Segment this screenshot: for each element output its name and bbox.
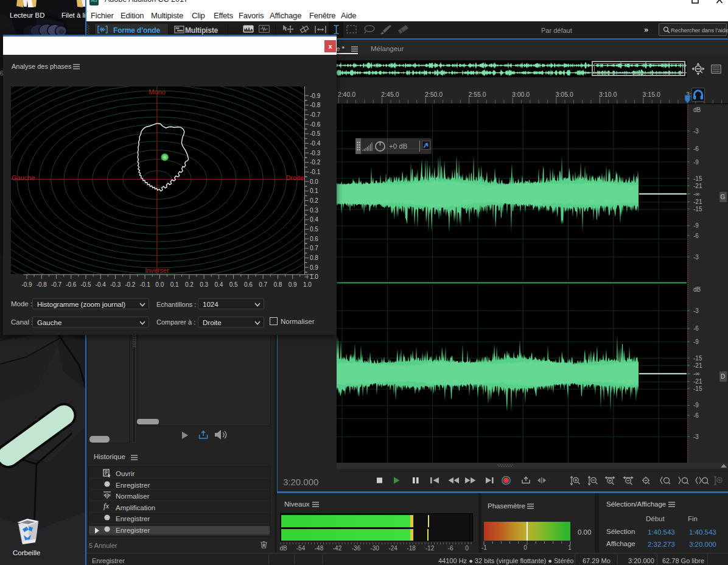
svg-text:-0.2: -0.2: [310, 159, 321, 166]
svg-text:-0.4: -0.4: [96, 281, 107, 288]
svg-text:Mono: Mono: [149, 88, 166, 96]
svg-text:-21: -21: [693, 183, 702, 189]
svg-text:-∞: -∞: [693, 191, 699, 197]
svg-text:2:45.0: 2:45.0: [381, 91, 399, 98]
svg-text:dB: dB: [279, 545, 287, 552]
svg-text:-0.6: -0.6: [66, 281, 77, 288]
svg-text:Inverser: Inverser: [145, 267, 169, 274]
svg-text:2:40.0: 2:40.0: [338, 91, 355, 98]
svg-text:-18: -18: [407, 545, 416, 552]
svg-text:-36: -36: [352, 545, 361, 552]
svg-text:-24: -24: [388, 545, 397, 552]
svg-text:-6: -6: [693, 146, 699, 152]
svg-text:3:15.0: 3:15.0: [643, 91, 660, 98]
svg-text:-0.6: -0.6: [310, 121, 321, 128]
svg-text:-15: -15: [693, 175, 702, 182]
svg-text:-0.7: -0.7: [310, 111, 321, 118]
svg-text:-9: -9: [693, 339, 699, 345]
svg-text:0.6: 0.6: [244, 281, 253, 288]
svg-text:-0.3: -0.3: [310, 150, 321, 156]
svg-text:0.5: 0.5: [229, 281, 238, 288]
svg-text:0.6: 0.6: [310, 236, 318, 242]
svg-text:-21: -21: [693, 198, 702, 205]
svg-text:-9: -9: [693, 159, 699, 166]
svg-text:-1: -1: [481, 544, 487, 551]
svg-text:0.3: 0.3: [310, 207, 318, 214]
svg-text:0.1: 0.1: [310, 188, 318, 194]
svg-text:-15: -15: [693, 355, 702, 362]
svg-text:-6: -6: [693, 233, 699, 239]
svg-text:-9: -9: [693, 222, 699, 229]
svg-text:1: 1: [568, 544, 572, 551]
svg-text:2:55.0: 2:55.0: [468, 91, 486, 98]
svg-text:0: 0: [465, 545, 469, 552]
svg-text:-0.3: -0.3: [110, 281, 121, 288]
svg-text:-6: -6: [693, 325, 699, 332]
svg-text:Droite: Droite: [286, 174, 304, 181]
svg-text:-0.8: -0.8: [37, 281, 47, 288]
svg-text:-0.1: -0.1: [139, 281, 150, 288]
svg-text:-21: -21: [693, 362, 702, 369]
svg-text:3:00.0: 3:00.0: [512, 91, 530, 98]
svg-text:0.3: 0.3: [200, 281, 208, 288]
svg-text:-0.5: -0.5: [310, 130, 321, 137]
svg-text:-54: -54: [296, 545, 306, 552]
svg-text:-3: -3: [693, 307, 699, 314]
svg-text:-30: -30: [370, 545, 379, 552]
svg-text:0.9: 0.9: [310, 264, 318, 271]
svg-text:-0.2: -0.2: [125, 281, 136, 288]
svg-text:-21: -21: [693, 378, 702, 385]
svg-text:0.1: 0.1: [170, 281, 179, 288]
svg-text:0.5: 0.5: [310, 226, 318, 233]
svg-text:-6: -6: [448, 545, 453, 552]
svg-text:0.7: 0.7: [259, 281, 267, 288]
svg-text:1.0: 1.0: [303, 281, 312, 288]
svg-text:0: 0: [523, 544, 527, 551]
svg-text:-0.8: -0.8: [310, 102, 321, 108]
svg-text:2:50.0: 2:50.0: [425, 91, 443, 98]
svg-text:-3: -3: [693, 128, 699, 135]
svg-text:-42: -42: [333, 545, 342, 552]
svg-text:0.4: 0.4: [310, 216, 318, 223]
svg-text:-3: -3: [693, 254, 699, 261]
svg-text:0.2: 0.2: [185, 281, 194, 288]
svg-text:0.9: 0.9: [289, 281, 297, 288]
svg-text:0.0: 0.0: [155, 281, 164, 288]
svg-text:0.0: 0.0: [310, 178, 318, 185]
svg-text:3:10.0: 3:10.0: [599, 91, 617, 98]
svg-text:-0.9: -0.9: [21, 281, 32, 288]
svg-text:-3: -3: [693, 433, 699, 440]
svg-text:-0.4: -0.4: [310, 140, 321, 147]
svg-text:3:05.0: 3:05.0: [556, 91, 573, 98]
svg-text:dB: dB: [693, 107, 701, 113]
svg-text:-0.7: -0.7: [51, 281, 62, 288]
svg-text:0.2: 0.2: [310, 197, 318, 204]
svg-text:-15: -15: [693, 385, 702, 392]
svg-text:0.8: 0.8: [310, 254, 318, 261]
svg-text:-0.5: -0.5: [80, 281, 91, 288]
svg-text:0.8: 0.8: [273, 281, 282, 288]
svg-text:-0.1: -0.1: [310, 169, 321, 175]
svg-text:0.4: 0.4: [214, 281, 223, 288]
svg-text:0.7: 0.7: [310, 245, 318, 251]
svg-text:-12: -12: [425, 545, 435, 552]
svg-text:Gauche: Gauche: [12, 174, 35, 181]
svg-text:-6: -6: [693, 412, 699, 419]
svg-text:dB: dB: [693, 286, 701, 293]
svg-text:-∞: -∞: [693, 370, 699, 377]
svg-text:-15: -15: [693, 206, 702, 212]
svg-text:-0.9: -0.9: [310, 93, 321, 99]
svg-text:-9: -9: [693, 402, 699, 409]
svg-text:-48: -48: [315, 545, 324, 552]
svg-text:1.0: 1.0: [310, 273, 318, 280]
